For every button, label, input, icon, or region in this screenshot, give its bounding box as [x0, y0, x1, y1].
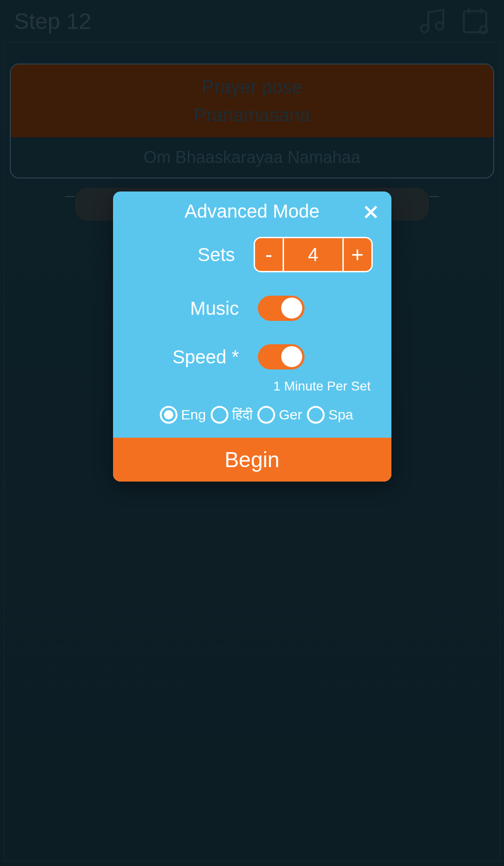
begin-label: Begin — [122, 447, 382, 472]
dialog-title: Advanced Mode — [185, 201, 319, 222]
speed-row: Speed * — [132, 344, 373, 369]
radio-label: Ger — [279, 407, 302, 423]
music-label: Music — [132, 298, 239, 319]
sets-row: Sets - 4 + — [132, 237, 373, 272]
lang-radio-spa[interactable]: Spa — [307, 406, 353, 424]
speed-label: Speed * — [132, 347, 239, 368]
begin-button[interactable]: Begin — [113, 438, 391, 482]
sets-increase-button[interactable]: + — [342, 238, 371, 271]
dialog-body: Sets - 4 + Music Speed * 1 Minute Per — [113, 227, 391, 438]
sets-decrease-button[interactable]: - — [255, 238, 284, 271]
radio-label: हिंदी — [232, 407, 253, 423]
radio-icon — [160, 406, 177, 424]
radio-icon — [257, 406, 275, 424]
music-row: Music — [132, 296, 373, 321]
sets-stepper: - 4 + — [254, 237, 372, 272]
dialog-header: Advanced Mode — [113, 192, 391, 227]
radio-label: Spa — [328, 407, 353, 423]
modal-overlay: Advanced Mode Sets - 4 + Music — [0, 0, 504, 866]
lang-radio-hindi[interactable]: हिंदी — [211, 406, 253, 424]
language-radio-group: Eng हिंदी Ger Spa — [132, 406, 373, 424]
speed-note: 1 Minute Per Set — [132, 379, 373, 394]
speed-toggle[interactable] — [258, 344, 305, 369]
sets-value: 4 — [284, 238, 342, 271]
lang-radio-ger[interactable]: Ger — [257, 406, 302, 424]
radio-icon — [211, 406, 228, 424]
lang-radio-eng[interactable]: Eng — [160, 406, 206, 424]
close-icon[interactable] — [362, 203, 380, 221]
music-toggle[interactable] — [258, 296, 305, 321]
radio-label: Eng — [181, 407, 206, 423]
advanced-mode-dialog: Advanced Mode Sets - 4 + Music — [113, 192, 391, 482]
radio-icon — [307, 406, 325, 424]
sets-label: Sets — [132, 244, 235, 265]
